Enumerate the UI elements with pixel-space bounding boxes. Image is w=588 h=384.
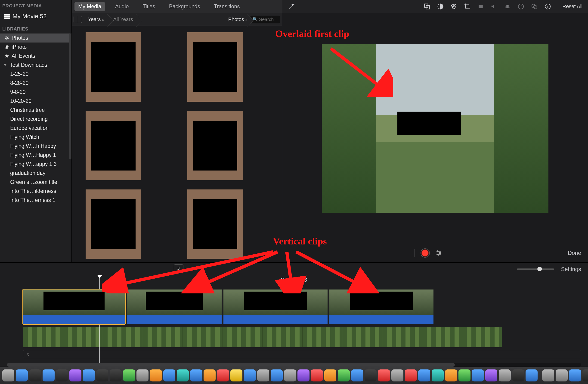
- dock-app-icon[interactable]: [542, 369, 554, 382]
- sidebar-sub[interactable]: graduation day: [0, 169, 71, 178]
- color-correction-icon[interactable]: [450, 3, 457, 10]
- layout-toggle[interactable]: [74, 16, 82, 23]
- dock-app-icon[interactable]: [432, 369, 444, 382]
- dock-app-icon[interactable]: [556, 369, 568, 382]
- dock-app-icon[interactable]: [83, 369, 95, 382]
- volume-icon[interactable]: [491, 3, 498, 10]
- magic-wand-icon[interactable]: [288, 3, 295, 10]
- speed-icon[interactable]: [517, 3, 525, 10]
- dock-app-icon[interactable]: [96, 369, 108, 382]
- zoom-knob[interactable]: [537, 267, 542, 271]
- sidebar-item-iphoto[interactable]: ❀iPhoto: [0, 42, 71, 52]
- settings-button[interactable]: Settings: [561, 266, 581, 272]
- sidebar-sub[interactable]: Flying W…Happy 1: [0, 151, 71, 160]
- sidebar-item-all-events[interactable]: ★All Events: [0, 52, 71, 60]
- filter-icon[interactable]: [531, 3, 538, 10]
- tab-transitions[interactable]: Transitions: [210, 2, 244, 11]
- music-track[interactable]: ♫: [23, 350, 581, 358]
- dock-app-icon[interactable]: [29, 369, 41, 382]
- sidebar-sub[interactable]: Green s…zoom title: [0, 178, 71, 187]
- sidebar-sub[interactable]: 9-8-20: [0, 88, 71, 96]
- sidebar-sub[interactable]: Flying W…h Happy: [0, 142, 71, 151]
- viewer-canvas[interactable]: [282, 13, 588, 244]
- sidebar-sub[interactable]: Europe vacation: [0, 124, 71, 133]
- sidebar-sub[interactable]: Direct recording: [0, 115, 71, 124]
- dock-app-icon[interactable]: [405, 369, 417, 382]
- dock-app-icon[interactable]: [391, 369, 403, 382]
- voiceover-options-icon[interactable]: [435, 250, 442, 256]
- tab-my-media[interactable]: My Media: [74, 2, 105, 11]
- search-input[interactable]: [259, 17, 278, 22]
- clip-audio[interactable]: [329, 315, 434, 324]
- dock-app-icon[interactable]: [472, 369, 484, 382]
- sidebar-sub[interactable]: Into The…ilderness: [0, 187, 71, 196]
- info-icon[interactable]: [544, 3, 551, 10]
- dock-app-icon[interactable]: [378, 369, 390, 382]
- crumb-years[interactable]: Years⇳: [85, 16, 110, 22]
- dock-app-icon[interactable]: [190, 369, 202, 382]
- noise-reduction-icon[interactable]: [504, 3, 511, 10]
- voiceover-button[interactable]: [174, 264, 183, 274]
- dock-app-icon[interactable]: [123, 369, 135, 382]
- dock-app-icon[interactable]: [365, 369, 377, 382]
- dock-app-icon[interactable]: [351, 369, 363, 382]
- crop-icon[interactable]: [464, 3, 471, 10]
- dock-app-icon[interactable]: [338, 369, 350, 382]
- dock-app-icon[interactable]: [2, 369, 14, 382]
- timeline-scrollbar[interactable]: [7, 363, 581, 367]
- dock-app-icon[interactable]: [284, 369, 296, 382]
- record-button[interactable]: [420, 248, 430, 258]
- thumbnail[interactable]: [187, 111, 243, 180]
- dock-app-icon[interactable]: [231, 369, 242, 382]
- stabilize-icon[interactable]: [477, 3, 484, 10]
- dock-app-icon[interactable]: [583, 369, 588, 382]
- timeline-tracks[interactable]: 4.0s ♫: [0, 276, 588, 363]
- dock-app-icon[interactable]: [324, 369, 336, 382]
- primary-storyline[interactable]: [23, 327, 502, 347]
- sidebar-scrollbar[interactable]: [69, 34, 71, 159]
- tab-titles[interactable]: Titles: [139, 2, 159, 11]
- sidebar-sub[interactable]: Flying Witch: [0, 133, 71, 142]
- dock-app-icon[interactable]: [512, 369, 524, 382]
- dock-app-icon[interactable]: [16, 369, 28, 382]
- thumbnail[interactable]: [187, 32, 243, 102]
- sidebar-sub[interactable]: 10-20-20: [0, 96, 71, 106]
- sidebar-sub[interactable]: 1-25-20: [0, 70, 71, 78]
- search-box[interactable]: 🔍: [250, 16, 280, 23]
- dock-app-icon[interactable]: [56, 369, 68, 382]
- dock-app-icon[interactable]: [69, 369, 82, 382]
- thumbnail[interactable]: [85, 190, 141, 259]
- dock-app-icon[interactable]: [110, 369, 122, 382]
- thumbnail[interactable]: [85, 111, 141, 180]
- sidebar-item-photos[interactable]: ✲Photos: [0, 34, 71, 42]
- dock-app-icon[interactable]: [244, 369, 256, 382]
- dock-app-icon[interactable]: [204, 369, 216, 382]
- dock-app-icon[interactable]: [163, 369, 175, 382]
- sidebar-sub[interactable]: Christmas tree: [0, 106, 71, 115]
- clip-audio[interactable]: [223, 315, 328, 324]
- dock-app-icon[interactable]: [311, 369, 323, 382]
- dock-app-icon[interactable]: [42, 369, 55, 382]
- tab-backgrounds[interactable]: Backgrounds: [165, 2, 204, 11]
- dock-app-icon[interactable]: [177, 369, 189, 382]
- dock-app-icon[interactable]: [136, 369, 148, 382]
- dock-app-icon[interactable]: [297, 369, 310, 382]
- clip-audio[interactable]: [23, 315, 125, 324]
- scrollbar-thumb[interactable]: [7, 363, 455, 367]
- overlay-icon[interactable]: [423, 3, 430, 10]
- sidebar-sub[interactable]: 8-28-20: [0, 78, 71, 88]
- dock-app-icon[interactable]: [217, 369, 229, 382]
- dock-app-icon[interactable]: [150, 369, 162, 382]
- dock-app-icon[interactable]: [569, 369, 581, 382]
- dock-app-icon[interactable]: [257, 369, 269, 382]
- project-title-row[interactable]: My Movie 52: [0, 10, 71, 23]
- dock-app-icon[interactable]: [499, 369, 511, 382]
- thumbnail[interactable]: [85, 32, 141, 102]
- timeline-clip[interactable]: [329, 289, 434, 324]
- timeline-clip[interactable]: [223, 289, 328, 324]
- dock-app-icon[interactable]: [271, 369, 283, 382]
- dock-app-icon[interactable]: [485, 369, 497, 382]
- done-button[interactable]: Done: [568, 250, 581, 256]
- dock-app-icon[interactable]: [459, 369, 470, 382]
- zoom-slider[interactable]: [517, 269, 554, 270]
